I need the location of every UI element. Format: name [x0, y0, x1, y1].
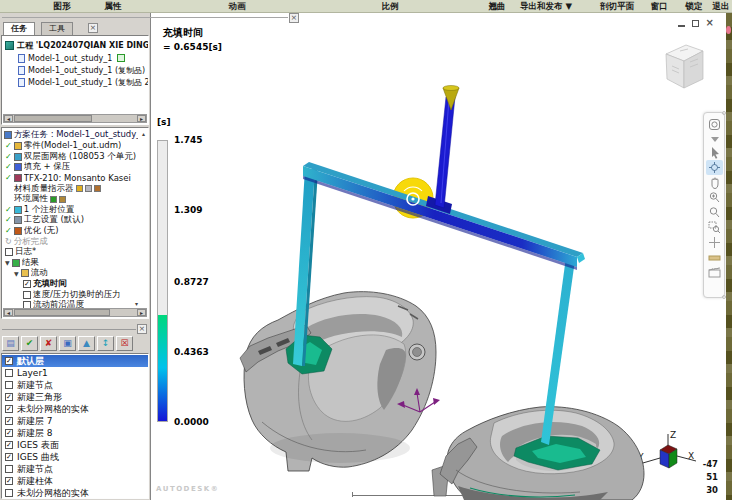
menu-item-3[interactable]: 比例: [382, 1, 399, 13]
menu-item-5[interactable]: 导出和发布 ▼: [520, 1, 572, 13]
task-row-4[interactable]: 材料质量指示器: [2, 183, 146, 194]
study-doc-icon: [18, 78, 25, 87]
viewcube-home-icon[interactable]: [706, 117, 723, 132]
layer-row-3[interactable]: ✓新建三角形: [2, 391, 148, 403]
pan-hand-icon[interactable]: [706, 175, 723, 190]
menu-item-7[interactable]: 窗口: [651, 1, 668, 13]
scroll-left-icon[interactable]: ◂: [4, 115, 13, 122]
layer-row-11[interactable]: 未划分网格的实体: [2, 487, 148, 499]
rotation-x: -47: [692, 459, 718, 469]
tree-hscrollbar[interactable]: ◂ ▸: [3, 114, 147, 123]
task-row-2[interactable]: ✓填充 + 保压: [2, 162, 146, 173]
close-icon[interactable]: ×: [289, 13, 299, 23]
task-row-8[interactable]: ✓优化 (无): [2, 226, 146, 237]
delete-layer-button[interactable]: ✘: [40, 336, 57, 351]
task-label: 工艺设置 (默认): [24, 215, 84, 226]
task-row-1[interactable]: ✓双层面网格 (108053 个单元): [2, 152, 146, 163]
center-crosshair-icon[interactable]: [706, 235, 723, 250]
restore-icon[interactable]: [692, 20, 699, 27]
layer-checkbox[interactable]: ✓: [5, 357, 13, 365]
view-cube[interactable]: [656, 38, 708, 96]
layer-row-2[interactable]: 新建节点: [2, 379, 148, 391]
layer-checkbox[interactable]: [5, 489, 13, 497]
scroll-up-icon[interactable]: ▴: [142, 130, 145, 137]
clean-layer-button[interactable]: ☒: [116, 336, 133, 351]
project-root-row[interactable]: 工程 'LQ202407QIAN XIE DING': [2, 39, 148, 51]
orbit-icon[interactable]: [706, 160, 723, 175]
layer-checkbox[interactable]: [5, 381, 13, 389]
menu-item-9[interactable]: 退出: [713, 1, 730, 13]
result-checkbox[interactable]: ✓: [23, 280, 31, 288]
result-checkbox[interactable]: [5, 248, 13, 256]
task-row-9[interactable]: ↻分析完成: [2, 236, 146, 247]
task-row-7[interactable]: ✓工艺设置 (默认): [2, 215, 146, 226]
task-row-3[interactable]: ✓TFX-210: Monsanto Kasei: [2, 173, 146, 184]
task-row-14[interactable]: 速度/压力切换时的压力: [2, 289, 146, 300]
task-row-6[interactable]: ✓1 个注射位置: [2, 205, 146, 216]
close-icon[interactable]: ×: [137, 324, 147, 334]
layer-checkbox[interactable]: ✓: [5, 417, 13, 425]
layer-row-5[interactable]: ✓新建层 7: [2, 415, 148, 427]
layer-row-7[interactable]: ✓IGES 表面: [2, 439, 148, 451]
zoom-in-icon[interactable]: [706, 205, 723, 220]
scroll-down-icon[interactable]: ▾: [135, 300, 138, 307]
menu-item-0[interactable]: 图形: [54, 1, 71, 13]
task-row-12[interactable]: ▼流动: [2, 268, 146, 279]
layer-row-1[interactable]: Layer1: [2, 367, 148, 379]
layer-checkbox[interactable]: ✓: [5, 393, 13, 401]
show-layer-button[interactable]: ↕: [97, 336, 114, 351]
study-row-0[interactable]: Model-1_out_study_1: [2, 52, 148, 64]
scroll-thumb[interactable]: [14, 115, 92, 122]
animation-clapper-icon[interactable]: [706, 265, 723, 280]
tasks-hscrollbar[interactable]: ◂ ▸: [3, 308, 147, 317]
task-row-5[interactable]: 环境属性: [2, 194, 146, 205]
layer-row-6[interactable]: ✓新建层 8: [2, 427, 148, 439]
zoom-window-icon[interactable]: [706, 220, 723, 235]
result-checkbox[interactable]: [23, 291, 31, 299]
activate-layer-button[interactable]: ✔: [21, 336, 38, 351]
assign-layer-button[interactable]: ▣: [59, 336, 76, 351]
layer-row-9[interactable]: 新建节点: [2, 463, 148, 475]
scroll-right-icon[interactable]: ▸: [137, 309, 146, 316]
expander-icon[interactable]: ▼: [5, 259, 10, 266]
study-label: Model-1_out_study_1: [28, 54, 112, 63]
menu-item-1[interactable]: 属性: [105, 1, 122, 13]
study-row-1[interactable]: Model-1_out_study_1 (复制品): [2, 64, 148, 76]
close-icon[interactable]: ×: [88, 23, 98, 33]
layer-row-10[interactable]: ✓新建柱体: [2, 475, 148, 487]
select-cursor-icon[interactable]: [706, 145, 723, 160]
scroll-left-icon[interactable]: ◂: [4, 309, 13, 316]
layer-checkbox[interactable]: [5, 465, 13, 473]
task-row-11[interactable]: ▼结果: [2, 258, 146, 269]
layer-row-4[interactable]: ✓未划分网格的实体: [2, 403, 148, 415]
task-row-0[interactable]: ✓零件(Model-1_out.udm): [2, 141, 146, 152]
zoom-dynamic-icon[interactable]: [706, 190, 723, 205]
scroll-thumb[interactable]: [14, 309, 110, 316]
background-dot: [726, 26, 731, 34]
close-icon[interactable]: ×: [706, 19, 714, 27]
scroll-right-icon[interactable]: ▸: [137, 115, 146, 122]
menu-item-6[interactable]: 剖切平面: [600, 1, 634, 13]
expand-layer-button[interactable]: ▲: [78, 336, 95, 351]
layer-checkbox[interactable]: ✓: [5, 453, 13, 461]
tab-tasks[interactable]: 任务: [3, 22, 35, 35]
minimize-icon[interactable]: [678, 20, 685, 27]
layer-checkbox[interactable]: ✓: [5, 405, 13, 413]
menu-item-2[interactable]: 动画: [229, 1, 246, 13]
layer-checkbox[interactable]: ✓: [5, 429, 13, 437]
layer-checkbox[interactable]: [5, 369, 13, 377]
layer-row-0[interactable]: ✓默认层: [2, 355, 148, 367]
menu-item-4[interactable]: 翘曲: [489, 1, 506, 13]
expander-icon[interactable]: ▼: [14, 270, 19, 277]
layer-row-8[interactable]: ✓IGES 曲线: [2, 451, 148, 463]
task-row-10[interactable]: 日志*: [2, 247, 146, 258]
menu-item-8[interactable]: 锁定: [686, 1, 703, 13]
study-row-2[interactable]: Model-1_out_study_1 (复制品 2: [2, 76, 148, 88]
task-row-13[interactable]: ✓充填时间: [2, 279, 146, 290]
measure-icon[interactable]: [706, 250, 723, 265]
new-layer-button[interactable]: ▤: [2, 336, 19, 351]
tab-tools[interactable]: 工具: [41, 22, 73, 35]
viewport-3d[interactable]: 充填时间 = 0.6545[s] [s] 1.7451.3090.87270.4…: [152, 13, 726, 500]
layer-checkbox[interactable]: ✓: [5, 477, 13, 485]
layer-checkbox[interactable]: ✓: [5, 441, 13, 449]
